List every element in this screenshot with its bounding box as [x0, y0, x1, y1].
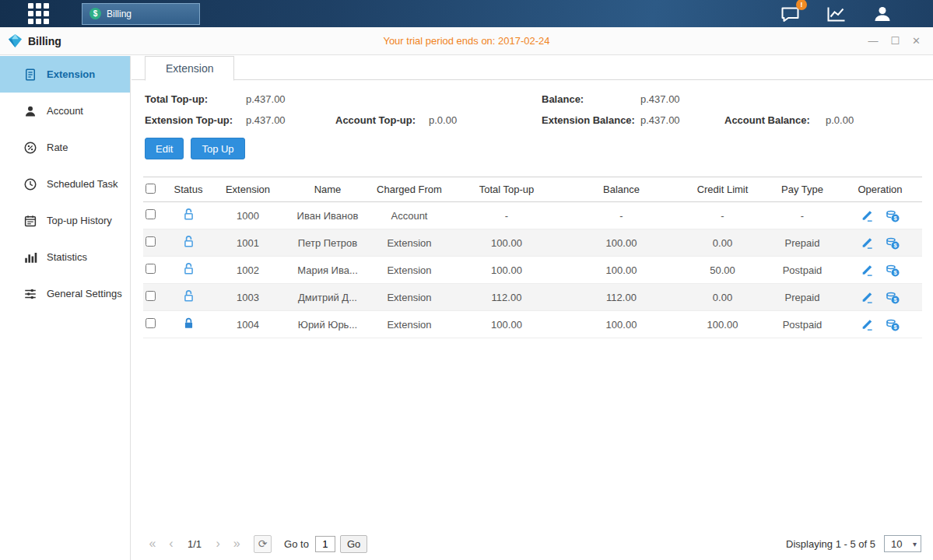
cell-total-topup: -	[452, 210, 561, 222]
edit-button[interactable]: Edit	[145, 138, 184, 159]
cell-extension: 1002	[207, 264, 289, 276]
dollar-coin-icon: $	[89, 8, 101, 19]
account-topup-value: p.0.00	[429, 114, 542, 126]
lock-status-icon[interactable]	[183, 317, 195, 332]
window-title: Billing	[28, 35, 61, 47]
column-charged-from: Charged From	[367, 184, 452, 195]
column-pay-type: Pay Type	[763, 184, 841, 195]
extension-icon	[23, 68, 37, 82]
cell-credit-limit: 0.00	[682, 237, 763, 249]
displaying-status: Displaying 1 - 5 of 5	[786, 538, 875, 550]
edit-row-icon[interactable]	[861, 236, 873, 249]
page-size-select[interactable]: 10 ▾	[884, 535, 921, 552]
table-row: 1002 Мария Ива... Extension 100.00 100.0…	[143, 257, 922, 284]
table-row: 1004 Юрий Юрь... Extension 100.00 100.00…	[143, 311, 922, 338]
goto-page-input[interactable]	[315, 536, 335, 552]
minimize-icon[interactable]: —	[868, 36, 878, 46]
cell-balance: -	[561, 210, 682, 222]
statistics-chart-icon[interactable]	[826, 5, 847, 23]
unlock-status-icon[interactable]	[183, 262, 195, 278]
top-up-button[interactable]: Top Up	[191, 138, 244, 159]
top-up-row-icon[interactable]: $	[886, 290, 900, 304]
cell-extension: 1000	[207, 210, 289, 222]
edit-row-icon[interactable]	[861, 209, 873, 222]
main-content: Extension Total Top-up: p.437.00 Balance…	[132, 56, 933, 560]
cell-name: Мария Ива...	[289, 264, 367, 276]
table-row: 1000 Иван Иванов Account - - - - $	[143, 202, 922, 229]
cell-balance: 112.00	[561, 292, 682, 303]
column-credit-limit: Credit Limit	[682, 184, 763, 195]
sidebar-item-topup-history[interactable]: Top-up History	[0, 202, 130, 239]
extension-topup-label: Extension Top-up:	[145, 114, 246, 126]
prev-page-button[interactable]: ‹	[162, 537, 181, 550]
top-up-row-icon[interactable]: $	[886, 236, 900, 250]
edit-row-icon[interactable]	[861, 291, 873, 303]
cell-extension: 1003	[207, 292, 289, 303]
app-grid-icon[interactable]	[28, 3, 49, 24]
tab-strip: Extension	[132, 56, 933, 80]
account-balance-label: Account Balance:	[724, 114, 826, 126]
taskbar-item-label: Billing	[107, 9, 132, 19]
balance-label: Balance:	[542, 93, 640, 105]
messages-icon[interactable]: !	[780, 5, 801, 23]
cell-pay-type: Prepaid	[763, 237, 841, 249]
close-icon[interactable]: ✕	[912, 36, 921, 46]
go-button[interactable]: Go	[340, 535, 367, 553]
column-extension: Extension	[207, 184, 289, 195]
top-up-row-icon[interactable]: $	[886, 263, 900, 277]
extension-balance-value: p.437.00	[640, 114, 724, 126]
unlock-status-icon[interactable]	[183, 289, 195, 305]
sidebar-item-label: Scheduled Task	[47, 178, 118, 190]
notification-badge: !	[796, 0, 807, 10]
sidebar-item-statistics[interactable]: Statistics	[0, 239, 130, 275]
sidebar-item-extension[interactable]: Extension	[0, 56, 130, 93]
last-page-button[interactable]: »	[227, 537, 246, 550]
sidebar-item-scheduled-task[interactable]: Scheduled Task	[0, 166, 130, 202]
sidebar-item-rate[interactable]: Rate	[0, 129, 130, 166]
user-account-icon[interactable]	[872, 5, 893, 23]
select-all-checkbox[interactable]	[146, 184, 156, 194]
sidebar: Extension Account Rate Scheduled Task	[0, 56, 131, 560]
maximize-icon[interactable]: ☐	[890, 36, 900, 46]
table-row: 1003 Дмитрий Д... Extension 112.00 112.0…	[143, 284, 922, 311]
system-topbar: $ Billing !	[0, 0, 933, 27]
row-checkbox[interactable]	[146, 264, 156, 274]
unlock-status-icon[interactable]	[183, 235, 195, 250]
account-topup-label: Account Top-up:	[335, 114, 429, 126]
column-name: Name	[289, 184, 367, 195]
first-page-button[interactable]: «	[143, 537, 162, 550]
sidebar-item-label: Top-up History	[47, 215, 112, 226]
sidebar-item-general-settings[interactable]: General Settings	[0, 275, 130, 312]
cell-name: Юрий Юрь...	[289, 319, 367, 331]
row-checkbox[interactable]	[146, 236, 156, 247]
unlock-status-icon[interactable]	[183, 208, 195, 223]
sidebar-item-account[interactable]: Account	[0, 93, 130, 129]
cell-pay-type: Postpaid	[763, 319, 841, 331]
taskbar-item-billing[interactable]: $ Billing	[82, 3, 200, 25]
cell-total-topup: 100.00	[452, 319, 561, 331]
sidebar-item-label: General Settings	[47, 288, 122, 299]
row-checkbox[interactable]	[146, 291, 156, 301]
extension-topup-value: p.437.00	[246, 114, 335, 126]
next-page-button[interactable]: ›	[209, 537, 227, 550]
sliders-icon	[23, 287, 37, 301]
calendar-icon	[23, 214, 37, 228]
cell-total-topup: 100.00	[452, 237, 561, 249]
edit-row-icon[interactable]	[861, 318, 873, 331]
cell-charged-from: Extension	[367, 292, 452, 303]
trial-notice: Your trial period ends on: 2017-02-24	[0, 35, 933, 47]
extension-balance-label: Extension Balance:	[542, 114, 640, 126]
column-operation: Operation	[841, 184, 919, 195]
edit-row-icon[interactable]	[861, 264, 873, 276]
refresh-icon[interactable]: ⟳	[254, 535, 272, 553]
top-up-row-icon[interactable]: $	[886, 208, 900, 222]
sidebar-item-label: Rate	[47, 142, 68, 153]
cell-extension: 1004	[207, 319, 289, 331]
cell-balance: 100.00	[561, 319, 682, 331]
top-up-row-icon[interactable]: $	[886, 317, 900, 331]
row-checkbox[interactable]	[146, 209, 156, 219]
total-topup-value: p.437.00	[246, 93, 542, 105]
tab-extension[interactable]: Extension	[145, 56, 234, 81]
cell-credit-limit: 100.00	[682, 319, 763, 331]
row-checkbox[interactable]	[146, 318, 156, 328]
